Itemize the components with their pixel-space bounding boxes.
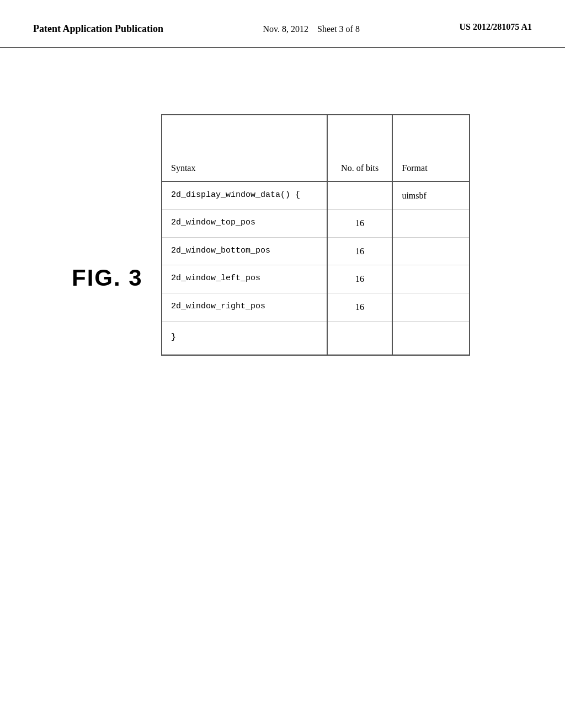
syntax-table: Syntax No. of bits Format 2d_display_win… — [162, 115, 469, 355]
format-cell — [392, 210, 469, 238]
patent-number: US 2012/281075 A1 — [459, 22, 532, 32]
content-area: Syntax No. of bits Format 2d_display_win… — [0, 48, 565, 356]
bits-cell — [327, 321, 393, 354]
format-cell — [392, 265, 469, 293]
table-row: 2d_window_left_pos 16 — [162, 265, 469, 293]
page-header: Patent Application Publication Nov. 8, 2… — [0, 0, 565, 48]
syntax-cell: 2d_display_window_data() { — [162, 181, 327, 210]
syntax-cell: 2d_window_bottom_pos — [162, 237, 327, 265]
table-row: 2d_window_bottom_pos 16 — [162, 237, 469, 265]
format-cell — [392, 293, 469, 321]
date-sheet-info: Nov. 8, 2012 Sheet 3 of 8 — [263, 22, 360, 36]
bits-cell: 16 — [327, 210, 393, 238]
syntax-cell: 2d_window_right_pos — [162, 293, 327, 321]
format-cell — [392, 237, 469, 265]
data-table-container: Syntax No. of bits Format 2d_display_win… — [161, 114, 470, 356]
bits-cell: 16 — [327, 265, 393, 293]
figure-label: FIG. 3 — [72, 265, 143, 291]
syntax-cell: } — [162, 321, 327, 354]
format-cell: uimsbf — [392, 181, 469, 210]
table-row: } — [162, 321, 469, 354]
publication-title: Patent Application Publication — [33, 22, 163, 36]
col-header-bits: No. of bits — [327, 115, 393, 181]
bits-cell — [327, 181, 393, 210]
col-header-syntax: Syntax — [162, 115, 327, 181]
syntax-cell: 2d_window_left_pos — [162, 265, 327, 293]
bits-cell: 16 — [327, 237, 393, 265]
col-header-format: Format — [392, 115, 469, 181]
syntax-cell: 2d_window_top_pos — [162, 210, 327, 238]
format-cell — [392, 321, 469, 354]
bits-cell: 16 — [327, 293, 393, 321]
table-row: 2d_display_window_data() { uimsbf — [162, 181, 469, 210]
table-row: 2d_window_top_pos 16 — [162, 210, 469, 238]
table-row: 2d_window_right_pos 16 — [162, 293, 469, 321]
